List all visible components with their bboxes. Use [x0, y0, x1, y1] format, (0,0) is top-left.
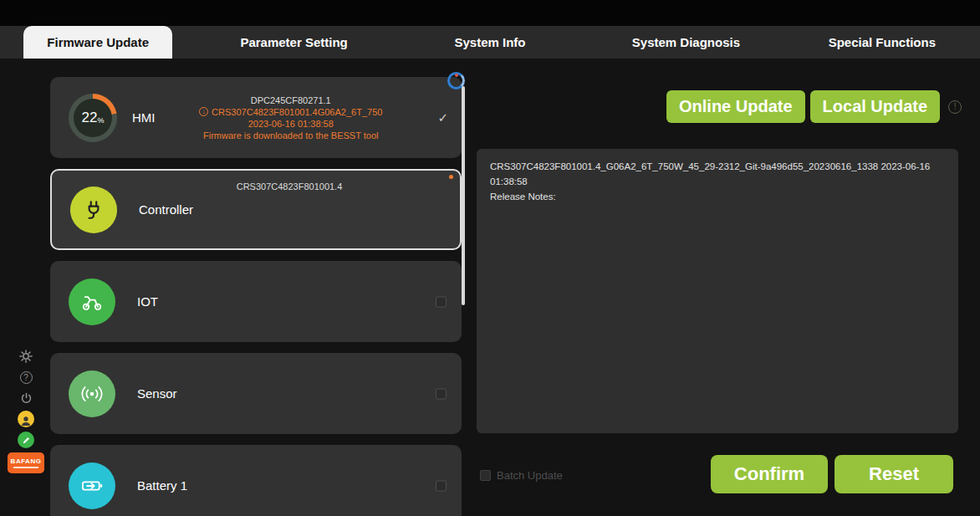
- plug-icon: [70, 186, 117, 233]
- edit-icon[interactable]: [18, 432, 34, 448]
- controller-version: CRS307C4823F801001.4: [152, 181, 426, 192]
- settings-gear-icon[interactable]: [18, 348, 34, 365]
- device-name: Controller: [139, 202, 193, 217]
- device-name: IOT: [137, 294, 158, 309]
- scrollbar-thumb[interactable]: [462, 86, 465, 305]
- local-update-button[interactable]: Local Update: [810, 90, 941, 123]
- device-card-hmi[interactable]: 22 % HMI DPC245CF80271.1 ↓ CRS307C4823F8…: [50, 77, 462, 158]
- help-glyph: ?: [20, 371, 33, 384]
- firmware-file-name: CRS307C4823F801001.4G06A2_6T_750: [212, 107, 382, 117]
- hmi-version: DPC245CF80271.1: [251, 95, 331, 105]
- hmi-status-message: Firmware is downloaded to the BESST tool: [203, 130, 379, 140]
- device-checkbox[interactable]: [436, 480, 447, 491]
- tab-firmware-update[interactable]: Firmware Update: [0, 26, 196, 59]
- scooter-icon: [69, 278, 115, 325]
- sensor-signal-icon: [69, 370, 115, 417]
- download-icon: ↓: [199, 107, 208, 116]
- tab-label: Special Functions: [805, 26, 959, 59]
- release-info-text: CRS307C4823F801001.4_G06A2_6T_750W_45_29…: [490, 160, 945, 190]
- device-checkbox[interactable]: [436, 296, 447, 307]
- logo-tagline: [13, 467, 38, 468]
- battery-icon: [69, 462, 115, 509]
- batch-update-label: Batch Update: [497, 469, 563, 482]
- release-notes-panel: CRS307C4823F801001.4_G06A2_6T_750W_45_29…: [477, 149, 958, 433]
- tab-label: Parameter Setting: [217, 26, 370, 59]
- bafang-logo[interactable]: BAFANG: [8, 452, 44, 473]
- hmi-firmware-info: DPC245CF80271.1 ↓ CRS307C4823F801001.4G0…: [161, 95, 422, 140]
- app-window: Firmware Update Parameter Setting System…: [0, 0, 980, 516]
- spinner-dot: [455, 74, 458, 77]
- user-icon[interactable]: [18, 411, 34, 427]
- tab-parameter-setting[interactable]: Parameter Setting: [196, 26, 391, 59]
- device-name: Battery 1: [137, 478, 187, 493]
- device-checkbox[interactable]: [436, 388, 447, 399]
- power-icon[interactable]: [18, 390, 34, 406]
- release-notes-label: Release Notes:: [490, 190, 945, 205]
- pencil-glyph: [18, 432, 34, 448]
- online-update-button[interactable]: Online Update: [666, 90, 805, 123]
- device-card-battery-1[interactable]: Battery 1: [50, 445, 462, 516]
- tab-label: System Info: [431, 26, 549, 59]
- device-card-controller[interactable]: CRS307C4823F801001.4 Controller: [50, 169, 462, 250]
- info-icon[interactable]: !: [948, 100, 962, 114]
- user-avatar: [18, 411, 34, 427]
- reset-button[interactable]: Reset: [835, 455, 953, 493]
- notification-dot: [449, 175, 453, 179]
- tab-system-info[interactable]: System Info: [392, 26, 588, 59]
- tab-special-functions[interactable]: Special Functions: [784, 26, 980, 59]
- check-icon[interactable]: ✓: [437, 110, 448, 125]
- device-card-iot[interactable]: IOT: [50, 261, 462, 342]
- title-bar: [0, 0, 980, 26]
- logo-text: BAFANG: [11, 457, 42, 465]
- tab-label: Firmware Update: [23, 26, 172, 59]
- tab-label: System Diagnosis: [609, 26, 763, 59]
- progress-unit: %: [97, 116, 104, 125]
- hmi-firmware-file: ↓ CRS307C4823F801001.4G06A2_6T_750: [199, 107, 382, 117]
- tab-system-diagnosis[interactable]: System Diagnosis: [588, 26, 783, 59]
- hmi-progress-ring: 22 %: [69, 94, 117, 142]
- device-card-sensor[interactable]: Sensor: [50, 353, 462, 434]
- batch-update-control: Batch Update: [480, 469, 563, 482]
- update-source-buttons: Online Update Local Update !: [666, 90, 962, 123]
- sidebar: ? BAFANG: [7, 348, 45, 473]
- hmi-timestamp: 2023-06-16 01:38:58: [248, 119, 334, 129]
- hmi-progress-value: 22 %: [74, 99, 112, 137]
- device-name: Sensor: [137, 386, 177, 401]
- tab-bar: Firmware Update Parameter Setting System…: [0, 26, 980, 59]
- device-list: 22 % HMI DPC245CF80271.1 ↓ CRS307C4823F8…: [50, 77, 462, 516]
- help-icon[interactable]: ?: [18, 369, 34, 386]
- progress-number: 22: [82, 110, 98, 126]
- confirm-button[interactable]: Confirm: [711, 455, 828, 493]
- batch-update-checkbox[interactable]: [480, 470, 491, 481]
- device-name: HMI: [132, 110, 156, 125]
